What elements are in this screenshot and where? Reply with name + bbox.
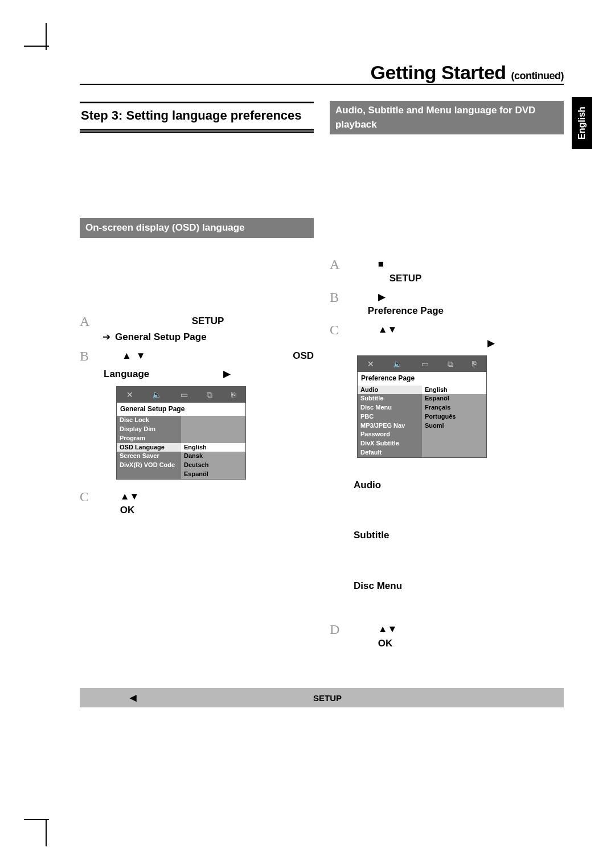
menu-item: Display Dim	[117, 425, 181, 434]
menu-spacer	[181, 434, 245, 443]
menu-item: DivX(R) VOD Code	[117, 461, 181, 470]
language-tab: English	[572, 97, 592, 149]
menu-item: Program	[117, 434, 181, 443]
step-c-r: C ▲▼ ▶	[330, 323, 564, 351]
menu-left: Audio Subtitle Disc Menu PBC MP3/JPEG Na…	[358, 386, 422, 457]
setup-label: SETUP	[192, 316, 224, 326]
menu-option-selected: English	[181, 443, 245, 452]
down-icon: ▼	[136, 349, 146, 363]
video-icon: ▭	[421, 358, 429, 370]
ok-label: OK	[120, 505, 135, 515]
step-b-r: B ▶ Preference Page	[330, 290, 564, 318]
setup-label: SETUP	[390, 273, 422, 284]
pref-icon: ⧉	[448, 358, 453, 370]
menu-option: Dansk	[181, 452, 245, 461]
tool-icon: ✕	[126, 389, 133, 400]
right-column: Audio, Subtitle and Menu language for DV…	[330, 101, 564, 653]
menu-option: Suomi	[422, 421, 486, 431]
video-icon: ▭	[181, 389, 188, 400]
play-icon: ▶	[223, 367, 231, 382]
menu-item: Default	[358, 448, 422, 457]
menu-item-selected: OSD Language	[117, 443, 181, 452]
play-icon: ▶	[487, 337, 495, 351]
menu-item: MP3/JPEG Nav	[358, 421, 422, 431]
menu-spacer	[181, 425, 245, 434]
general-setup-page-label: General Setup Page	[115, 330, 207, 345]
menu-left: Disc Lock Display Dim Program OSD Langua…	[117, 416, 181, 478]
menu-spacer	[181, 416, 245, 425]
down-icon: ▼	[130, 490, 140, 504]
step-title: Step 3: Setting language preferences	[80, 104, 314, 129]
page-title-main: Getting Started	[370, 62, 506, 83]
menu-option: Português	[422, 412, 486, 421]
down-icon: ▼	[388, 323, 397, 337]
tool-icon: ✕	[367, 358, 374, 370]
menu-option: Espanöl	[181, 470, 245, 479]
play-icon: ▶	[378, 290, 386, 305]
step-letter: B	[330, 290, 345, 304]
preference-page-label: Preference Page	[368, 305, 444, 316]
menu-spacer	[422, 439, 486, 448]
menu-right: English Dansk Deutsch Espanöl	[181, 416, 245, 478]
page-title: Getting Started (continued)	[80, 62, 564, 84]
step-a-r: A ■ SETUP	[330, 257, 564, 285]
subtitle-term: Subtitle	[354, 529, 564, 543]
exit-icon: ⎘	[472, 358, 477, 370]
menu-item: Screen Saver	[117, 452, 181, 461]
menu-option: Français	[422, 403, 486, 412]
menu-iconbar: ✕ 🔈 ▭ ⧉ ⎘	[117, 387, 245, 403]
menu-item: Subtitle	[358, 394, 422, 403]
menu-item: Disc Lock	[117, 416, 181, 425]
down-icon: ▼	[388, 623, 397, 637]
menu-option: Espanöl	[422, 394, 486, 403]
menu-spacer	[422, 448, 486, 457]
menu-item: PBC	[358, 412, 422, 421]
menu-option: Deutsch	[181, 461, 245, 470]
pref-icon: ⧉	[207, 389, 212, 400]
step-letter: A	[330, 257, 345, 271]
step-a-sub: ➔ General Setup Page	[102, 330, 314, 345]
step-letter: C	[330, 323, 345, 337]
step-b: B ▲▼ OSD Language ▶	[80, 349, 314, 382]
menu-iconbar: ✕ 🔈 ▭ ⧉ ⎘	[358, 356, 486, 372]
step-c: C ▲▼ OK	[80, 490, 314, 518]
subhead-audio-subtitle: Audio, Subtitle and Menu language for DV…	[330, 101, 564, 134]
exit-icon: ⎘	[231, 389, 236, 400]
step-letter: A	[80, 314, 95, 328]
footer-bar: ◀ SETUP	[80, 688, 564, 707]
language-label: Language	[104, 367, 149, 382]
page-title-suffix: (continued)	[511, 70, 564, 81]
step-d-r: D ▲▼ OK	[330, 623, 564, 650]
step-letter: B	[80, 349, 95, 363]
up-icon: ▲	[378, 623, 388, 637]
left-column: Step 3: Setting language preferences On-…	[80, 101, 314, 653]
heading-rule: Getting Started (continued)	[80, 62, 564, 85]
crop-mark	[24, 819, 49, 820]
crop-mark	[24, 46, 49, 47]
right-arrow-icon: ➔	[102, 330, 110, 345]
menu-title: Preference Page	[358, 372, 486, 385]
step-a: A SETUP	[80, 314, 314, 329]
audio-term: Audio	[354, 478, 564, 493]
left-icon: ◀	[130, 693, 137, 703]
preference-menu: ✕ 🔈 ▭ ⧉ ⎘ Preference Page Audio Subtitle…	[357, 355, 487, 457]
up-icon: ▲	[378, 323, 388, 337]
crop-mark	[46, 819, 47, 846]
menu-title: General Setup Page	[117, 403, 245, 416]
menu-item: Password	[358, 430, 422, 439]
general-setup-menu: ✕ 🔈 ▭ ⧉ ⎘ General Setup Page Disc Lock D…	[116, 386, 246, 480]
step-letter: C	[80, 490, 95, 503]
menu-item-selected: Audio	[358, 386, 422, 395]
menu-item: DivX Subtitle	[358, 439, 422, 448]
up-icon: ▲	[120, 490, 130, 504]
up-icon: ▲	[122, 349, 132, 363]
menu-option-selected: English	[422, 386, 486, 395]
subhead-osd: On-screen display (OSD) language	[80, 218, 314, 238]
language-tab-label: English	[577, 107, 587, 140]
ok-label: OK	[378, 638, 393, 649]
menu-item: Disc Menu	[358, 403, 422, 412]
stop-icon: ■	[378, 257, 384, 272]
step-letter: D	[330, 623, 345, 636]
audio-icon: 🔈	[393, 358, 403, 370]
osd-label: OSD	[293, 349, 314, 363]
